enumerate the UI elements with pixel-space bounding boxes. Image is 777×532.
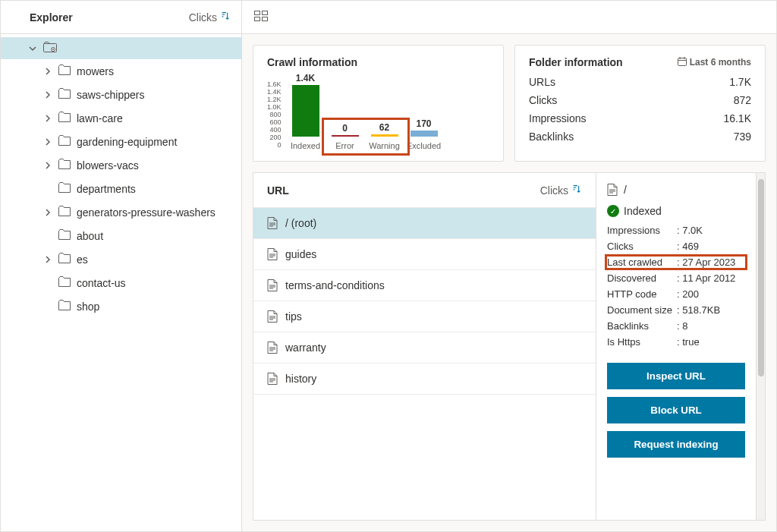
url-row[interactable]: history bbox=[253, 364, 596, 395]
document-icon bbox=[267, 279, 278, 291]
svg-rect-5 bbox=[255, 17, 260, 21]
detail-key: Last crawled bbox=[607, 257, 677, 268]
url-sort[interactable]: Clicks bbox=[540, 184, 582, 197]
inspect-url-button[interactable]: Inspect URL bbox=[607, 363, 745, 389]
svg-point-2 bbox=[52, 49, 54, 50]
svg-rect-7 bbox=[678, 58, 686, 65]
bar-rect bbox=[292, 85, 319, 137]
url-row[interactable]: terms-and-conditions bbox=[253, 270, 596, 301]
chart-bar-excluded[interactable]: 170Excluded bbox=[404, 118, 444, 150]
detail-discovered: Discovered11 Apr 2012 bbox=[607, 272, 745, 284]
url-label: guides bbox=[285, 248, 316, 260]
chevron-right-icon bbox=[43, 115, 52, 122]
request-indexing-button[interactable]: Request indexing bbox=[607, 431, 745, 458]
stat-value: 1.7K bbox=[729, 76, 751, 88]
sidebar-item-mowers[interactable]: mowers bbox=[1, 59, 241, 83]
sidebar-item-es[interactable]: es bbox=[1, 247, 241, 271]
chart-y-axis: 02004006008001.0K1.2K1.4K1.6K bbox=[267, 85, 282, 150]
sidebar-item-shop[interactable]: shop bbox=[1, 294, 241, 318]
folder-icon bbox=[58, 158, 71, 172]
detail-value: 11 Apr 2012 bbox=[677, 272, 735, 284]
sidebar-item-label: gardening-equipment bbox=[77, 136, 177, 148]
document-icon bbox=[607, 184, 618, 196]
detail-value: 8 bbox=[677, 320, 687, 332]
sidebar-item-label: contact-us bbox=[77, 277, 126, 289]
detail-value: 200 bbox=[677, 288, 699, 300]
bar-value: 170 bbox=[404, 118, 444, 129]
folder-icon bbox=[58, 205, 71, 219]
document-icon bbox=[267, 373, 278, 385]
sidebar-item-label: blowers-vacs bbox=[77, 159, 139, 172]
y-tick: 0 bbox=[278, 141, 282, 149]
chevron-right-icon bbox=[43, 256, 52, 263]
y-tick: 400 bbox=[269, 126, 281, 134]
chart-bar-indexed[interactable]: 1.4KIndexed bbox=[286, 73, 326, 150]
crawl-info-title: Crawl information bbox=[267, 56, 489, 68]
sidebar-item-blowers-vacs[interactable]: blowers-vacs bbox=[1, 153, 241, 177]
url-list-panel: URL Clicks / (root)guidesterms-and-condi… bbox=[253, 172, 596, 521]
sidebar-item-about[interactable]: about bbox=[1, 224, 241, 247]
chevron-right-icon bbox=[43, 138, 52, 146]
bar-rect bbox=[332, 135, 359, 137]
url-row[interactable]: tips bbox=[253, 301, 596, 332]
sidebar-item-label: mowers bbox=[77, 65, 114, 77]
sidebar-item-gardening-equipment[interactable]: gardening-equipment bbox=[1, 130, 241, 153]
bar-label: Warning bbox=[365, 141, 404, 150]
period-selector[interactable]: Last 6 months bbox=[678, 57, 751, 68]
chart-bar-warning[interactable]: 62Warning bbox=[365, 122, 404, 150]
folder-stat-urls: URLs1.7K bbox=[529, 76, 751, 88]
chart-bar-error[interactable]: 0Error bbox=[326, 123, 365, 150]
grid-view-icon[interactable] bbox=[251, 8, 271, 27]
explorer-title: Explorer bbox=[30, 11, 73, 24]
sidebar-sort-label: Clicks bbox=[189, 11, 217, 24]
sidebar-item-saws-chippers[interactable]: saws-chippers bbox=[1, 83, 241, 106]
url-label: terms-and-conditions bbox=[285, 279, 385, 291]
document-icon bbox=[267, 342, 278, 354]
sidebar-item-departments[interactable]: departments bbox=[1, 177, 241, 200]
url-label: warranty bbox=[285, 342, 326, 354]
crawl-info-card: Crawl information 02004006008001.0K1.2K1… bbox=[253, 45, 504, 162]
bar-label: Error bbox=[326, 141, 365, 150]
y-tick: 1.2K bbox=[267, 96, 282, 103]
chevron-right-icon bbox=[43, 209, 52, 216]
detail-key: Clicks bbox=[607, 241, 677, 252]
scrollbar-thumb[interactable] bbox=[758, 179, 764, 376]
detail-status: Indexed bbox=[624, 205, 662, 217]
scrollbar[interactable] bbox=[757, 172, 766, 521]
sort-desc-icon bbox=[220, 11, 231, 24]
url-header-label: URL bbox=[267, 184, 289, 197]
bar-label: Indexed bbox=[286, 141, 326, 150]
detail-key: Is Https bbox=[607, 336, 677, 348]
y-tick: 1.0K bbox=[267, 103, 282, 111]
sidebar-item-contact-us[interactable]: contact-us bbox=[1, 271, 241, 294]
document-icon bbox=[267, 217, 278, 229]
bar-value: 0 bbox=[326, 123, 365, 134]
sidebar-sort[interactable]: Clicks bbox=[189, 11, 231, 24]
y-tick: 600 bbox=[269, 118, 281, 126]
url-row[interactable]: warranty bbox=[253, 332, 596, 364]
block-url-button[interactable]: Block URL bbox=[607, 397, 745, 423]
sidebar-item-label: saws-chippers bbox=[77, 89, 144, 101]
sidebar-item-label: generators-pressure-washers bbox=[77, 206, 215, 219]
folder-icon bbox=[58, 299, 71, 313]
tree-root[interactable] bbox=[1, 37, 241, 59]
url-row[interactable]: guides bbox=[253, 239, 596, 270]
bar-value: 62 bbox=[365, 122, 404, 133]
folder-icon bbox=[58, 87, 71, 102]
y-tick: 1.6K bbox=[267, 80, 282, 88]
stat-label: Clicks bbox=[529, 94, 557, 106]
folder-icon bbox=[58, 252, 71, 266]
url-row[interactable]: / (root) bbox=[253, 208, 596, 239]
detail-key: Impressions bbox=[607, 225, 677, 236]
url-sort-label: Clicks bbox=[540, 184, 568, 197]
detail-path: / bbox=[624, 184, 627, 196]
folder-info-title: Folder information bbox=[529, 56, 623, 68]
status-indexed-icon: ✓ bbox=[607, 205, 619, 217]
sidebar-item-lawn-care[interactable]: lawn-care bbox=[1, 106, 241, 130]
detail-value: 469 bbox=[677, 241, 699, 252]
chevron-right-icon bbox=[43, 68, 52, 75]
y-tick: 200 bbox=[269, 134, 281, 141]
svg-rect-4 bbox=[263, 11, 268, 15]
svg-rect-6 bbox=[263, 17, 268, 21]
sidebar-item-generators-pressure-washers[interactable]: generators-pressure-washers bbox=[1, 200, 241, 224]
